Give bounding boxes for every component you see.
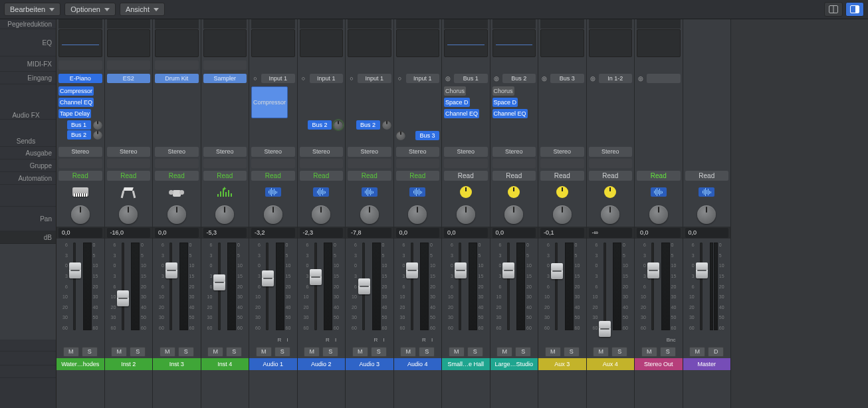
channel-type-icon[interactable] <box>407 185 427 199</box>
input-slot[interactable]: Input 1 <box>358 74 391 83</box>
channel-type-icon[interactable] <box>215 185 235 199</box>
io-format-icon[interactable]: ◎ <box>540 75 548 82</box>
send-level-knob[interactable] <box>396 131 405 140</box>
db-readout[interactable]: -3,2 <box>251 228 295 238</box>
menu-view[interactable]: Ansicht <box>120 3 165 16</box>
group-slot[interactable] <box>540 159 584 168</box>
io-format-icon[interactable]: ○ <box>396 75 404 82</box>
mute-button[interactable]: M <box>545 347 561 357</box>
io-format-icon[interactable]: ◎ <box>637 75 645 82</box>
group-slot[interactable] <box>492 159 536 168</box>
send-slot[interactable]: Bus 2 <box>67 130 91 140</box>
mute-button[interactable]: M <box>593 347 609 357</box>
input-slot[interactable]: Bus 3 <box>550 74 584 83</box>
db-readout[interactable]: -∞ <box>589 228 633 238</box>
instrument-slot[interactable]: Sampler <box>203 74 247 83</box>
fader-rail[interactable] <box>696 243 707 330</box>
solo-button[interactable]: S <box>371 347 387 357</box>
pan-knob[interactable] <box>408 205 427 224</box>
pan-knob[interactable] <box>215 205 234 224</box>
automation-mode[interactable]: Read <box>203 171 247 181</box>
channel-type-icon[interactable] <box>167 185 187 199</box>
eq-thumbnail[interactable] <box>58 29 102 57</box>
db-readout[interactable]: -16,0 <box>107 228 151 238</box>
channel-name[interactable]: Aux 4 <box>587 358 635 370</box>
group-slot[interactable] <box>203 159 247 168</box>
input-monitor[interactable]: I <box>381 337 387 343</box>
send-slot[interactable]: Bus 1 <box>67 120 91 130</box>
audio-fx-slot[interactable]: Channel EQ <box>58 98 94 107</box>
fader-cap[interactable] <box>69 262 81 278</box>
menu-edit[interactable]: Bearbeiten <box>4 3 60 16</box>
audio-fx-slot[interactable]: Chorus <box>444 86 466 96</box>
fader-rail[interactable] <box>599 243 610 330</box>
fader-rail[interactable] <box>165 243 177 330</box>
fader-cap[interactable] <box>696 262 708 278</box>
automation-mode[interactable]: Read <box>444 171 488 181</box>
output-slot[interactable]: Stereo <box>540 147 584 157</box>
output-slot[interactable]: Stereo <box>444 147 488 157</box>
output-slot[interactable]: Stereo <box>107 147 151 157</box>
eq-thumbnail[interactable] <box>348 29 391 57</box>
automation-mode[interactable]: Read <box>251 171 295 181</box>
send-slot[interactable]: Bus 3 <box>415 131 439 140</box>
input-monitor[interactable]: I <box>429 337 435 343</box>
eq-thumbnail[interactable] <box>107 29 151 57</box>
group-slot[interactable] <box>58 159 102 168</box>
channel-type-icon[interactable] <box>70 185 90 199</box>
fader-cap[interactable] <box>358 278 370 294</box>
output-slot[interactable]: Stereo <box>396 147 440 157</box>
output-slot[interactable]: Stereo <box>58 147 102 157</box>
record-enable[interactable]: R <box>325 337 330 343</box>
io-format-icon[interactable]: ○ <box>348 75 356 82</box>
group-slot[interactable] <box>300 159 344 168</box>
eq-thumbnail[interactable] <box>155 29 199 57</box>
channel-type-icon[interactable] <box>649 185 669 199</box>
automation-mode[interactable]: Read <box>396 171 440 181</box>
channel-type-icon[interactable] <box>311 185 331 199</box>
channel-name[interactable]: Aux 3 <box>538 358 586 370</box>
eq-thumbnail[interactable] <box>203 29 247 57</box>
solo-button[interactable]: S <box>564 347 580 357</box>
mute-button[interactable]: M <box>496 347 512 357</box>
mute-button[interactable]: M <box>207 347 223 357</box>
input-slot[interactable]: Bus 1 <box>454 74 488 83</box>
automation-mode[interactable]: Read <box>348 171 391 181</box>
eq-thumbnail[interactable] <box>589 29 633 57</box>
db-readout[interactable]: 0,0 <box>58 228 102 238</box>
db-readout[interactable]: 0,0 <box>492 228 536 238</box>
eq-thumbnail[interactable] <box>251 29 295 57</box>
channel-name[interactable]: Audio 1 <box>249 358 297 370</box>
mute-button[interactable]: M <box>256 347 272 357</box>
db-readout[interactable]: 0,0 <box>685 228 729 238</box>
solo-button[interactable]: S <box>130 347 146 357</box>
solo-button[interactable]: S <box>419 347 435 357</box>
channel-type-icon[interactable] <box>263 185 283 199</box>
automation-mode[interactable]: Read <box>107 171 151 181</box>
automation-mode[interactable]: Read <box>58 171 102 181</box>
audio-fx-slot[interactable]: Compressor <box>58 86 94 96</box>
channel-type-icon[interactable] <box>360 185 380 199</box>
channel-name[interactable]: Audio 4 <box>394 358 442 370</box>
input-slot[interactable]: In 1-2 <box>599 74 633 83</box>
instrument-slot[interactable]: Drum Kit <box>155 74 199 83</box>
input-monitor[interactable]: I <box>333 337 338 343</box>
eq-thumbnail[interactable] <box>396 29 440 57</box>
channel-name[interactable]: Large…Studio <box>490 358 538 370</box>
midi-fx-slot[interactable] <box>203 60 247 70</box>
automation-mode[interactable]: Read <box>540 171 584 181</box>
mute-button[interactable]: M <box>449 347 465 357</box>
send-slot[interactable]: Bus 2 <box>356 120 380 130</box>
output-slot[interactable]: Stereo <box>155 147 199 157</box>
input-slot[interactable]: Bus 2 <box>502 74 536 83</box>
audio-fx-slot[interactable]: Tape Delay <box>58 109 91 118</box>
db-readout[interactable]: -2,3 <box>300 228 344 238</box>
audio-fx-slot[interactable]: Channel EQ <box>492 109 528 118</box>
db-readout[interactable]: 0,0 <box>155 228 199 238</box>
fader-rail[interactable] <box>551 243 562 330</box>
channel-type-icon[interactable] <box>504 185 524 199</box>
input-slot[interactable]: Input 1 <box>261 74 295 83</box>
fader-cap[interactable] <box>455 262 467 278</box>
input-slot[interactable]: Input 1 <box>310 74 344 83</box>
fader-rail[interactable] <box>358 243 370 330</box>
